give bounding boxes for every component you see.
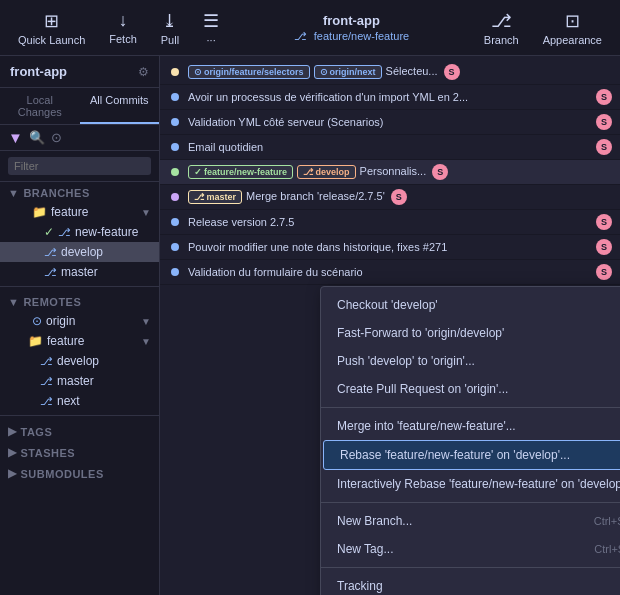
remote-icon: ⊙	[194, 67, 202, 77]
context-menu: Checkout 'develop' Fast-Forward to 'orig…	[320, 286, 620, 595]
commit-row-7[interactable]: Release version 2.7.5 S	[160, 210, 620, 235]
tab-local-changes[interactable]: Local Changes	[0, 88, 80, 124]
sidebar-github-icon[interactable]: ⊙	[51, 130, 62, 145]
sidebar-search-row	[0, 151, 159, 182]
appearance-button[interactable]: ⊡ Appearance	[533, 4, 612, 52]
tag-origin-next: ⊙ origin/next	[314, 65, 382, 79]
graph-col	[168, 143, 182, 151]
sidebar-item-origin-next[interactable]: ⎇ next	[0, 391, 159, 411]
branch-icon: ⎇	[40, 355, 53, 368]
sidebar-item-feature-folder[interactable]: 📁 feature ▼	[0, 202, 159, 222]
branch-icon: ⎇	[44, 266, 57, 279]
graph-col	[168, 93, 182, 101]
tag-origin-selectors: ⊙ origin/feature/selectors	[188, 65, 310, 79]
graph-col	[168, 68, 182, 76]
graph-col	[168, 218, 182, 226]
commit-list: ⊙ origin/feature/selectors ⊙ origin/next…	[160, 56, 620, 285]
sidebar-search-icon[interactable]: 🔍	[29, 130, 45, 145]
ctx-new-branch[interactable]: New Branch... Ctrl+Shift+B	[321, 507, 620, 535]
sidebar-item-new-feature[interactable]: ✓ ⎇ new-feature	[0, 222, 159, 242]
branch-icon: ⎇	[40, 375, 53, 388]
commit-area: ⊙ origin/feature/selectors ⊙ origin/next…	[160, 56, 620, 595]
commit-dot	[171, 243, 179, 251]
avatar: S	[596, 214, 612, 230]
commit-row-8[interactable]: Pouvoir modifier une note dans historiqu…	[160, 235, 620, 260]
tags-section[interactable]: ▶ Tags	[0, 420, 159, 441]
commit-row-2[interactable]: Avoir un processus de vérification d'un …	[160, 85, 620, 110]
ctx-interactive-rebase[interactable]: Interactively Rebase 'feature/new-featur…	[321, 470, 620, 498]
more-button[interactable]: ☰ ···	[193, 4, 229, 52]
chevron-right-icon: ▶	[8, 467, 17, 480]
avatar: S	[432, 164, 448, 180]
toolbar: ⊞ Quick Launch ↓ Fetch ⤓ Pull ☰ ··· fron…	[0, 0, 620, 56]
pull-icon: ⤓	[162, 10, 177, 32]
sidebar-item-origin-feature[interactable]: 📁 feature ▼	[0, 331, 159, 351]
avatar: S	[596, 139, 612, 155]
pull-button[interactable]: ⤓ Pull	[151, 4, 189, 52]
branch-button[interactable]: ⎇ Branch	[474, 4, 529, 52]
commit-dot	[171, 118, 179, 126]
graph-col	[168, 193, 182, 201]
check-icon: ✓	[44, 225, 54, 239]
ctx-separator-1	[321, 407, 620, 408]
search-input[interactable]	[8, 157, 151, 175]
ctx-separator-3	[321, 567, 620, 568]
quick-launch-button[interactable]: ⊞ Quick Launch	[8, 4, 95, 52]
branch-icon: ⎇	[294, 30, 307, 42]
toolbar-center: front-app ⎇ feature/new-feature	[294, 13, 409, 43]
chevron-down-icon: ▼	[141, 316, 151, 327]
commit-row-4[interactable]: Email quotidien S	[160, 135, 620, 160]
stashes-section[interactable]: ▶ Stashes	[0, 441, 159, 462]
sidebar-header: front-app ⚙	[0, 56, 159, 88]
commit-row-9[interactable]: Validation du formulaire du scénario S	[160, 260, 620, 285]
commit-msg: Email quotidien	[188, 141, 590, 153]
avatar: S	[391, 189, 407, 205]
ctx-checkout[interactable]: Checkout 'develop'	[321, 291, 620, 319]
sidebar-item-origin-master[interactable]: ⎇ master	[0, 371, 159, 391]
ctx-merge[interactable]: Merge into 'feature/new-feature'...	[321, 412, 620, 440]
ctx-pull-request[interactable]: Create Pull Request on 'origin'...	[321, 375, 620, 403]
remote-icon: ⊙	[32, 314, 42, 328]
commit-row-1[interactable]: ⊙ origin/feature/selectors ⊙ origin/next…	[160, 60, 620, 85]
remotes-section[interactable]: ▼ Remotes	[0, 291, 159, 311]
sidebar-item-master[interactable]: ⎇ master	[0, 262, 159, 282]
ctx-tracking[interactable]: Tracking ›	[321, 572, 620, 595]
graph-col	[168, 243, 182, 251]
tag-master: ⎇ master	[188, 190, 242, 204]
commit-row-3[interactable]: Validation YML côté serveur (Scenarios) …	[160, 110, 620, 135]
chevron-down-icon: ▼	[8, 296, 19, 308]
sidebar-tree: ▼ Branches 📁 feature ▼ ✓ ⎇ new-feature ⎇…	[0, 182, 159, 595]
commit-msg: Merge branch 'release/2.7.5'	[246, 190, 385, 204]
avatar: S	[444, 64, 460, 80]
fetch-button[interactable]: ↓ Fetch	[99, 4, 147, 51]
ctx-new-tag[interactable]: New Tag... Ctrl+Shift+T	[321, 535, 620, 563]
commit-row-5[interactable]: ✓ feature/new-feature ⎇ develop Personna…	[160, 160, 620, 185]
commit-dot	[171, 68, 179, 76]
commit-msg: Validation YML côté serveur (Scenarios)	[188, 116, 590, 128]
branch-icon: ⎇	[58, 226, 71, 239]
commit-dot	[171, 218, 179, 226]
ctx-separator-2	[321, 502, 620, 503]
sidebar-tabs: Local Changes All Commits	[0, 88, 159, 125]
tab-all-commits[interactable]: All Commits	[80, 88, 160, 124]
commit-dot	[171, 268, 179, 276]
ctx-rebase[interactable]: Rebase 'feature/new-feature' on 'develop…	[323, 440, 620, 470]
sidebar-item-origin[interactable]: ⊙ origin ▼	[0, 311, 159, 331]
commit-row-6[interactable]: ⎇ master Merge branch 'release/2.7.5' S	[160, 185, 620, 210]
sidebar-settings-icon[interactable]: ⚙	[138, 65, 149, 79]
submodules-section[interactable]: ▶ Submodules	[0, 462, 159, 483]
ctx-fast-forward[interactable]: Fast-Forward to 'origin/develop'	[321, 319, 620, 347]
commit-msg: Sélecteu...	[386, 65, 438, 79]
app-title: front-app	[323, 13, 380, 28]
tag-new-feature: ✓ feature/new-feature	[188, 165, 293, 179]
commit-tags: ✓ feature/new-feature ⎇ develop Personna…	[188, 165, 426, 179]
toolbar-right: ⎇ Branch ⊡ Appearance	[474, 4, 612, 52]
branches-section[interactable]: ▼ Branches	[0, 182, 159, 202]
remote-icon: ⊙	[320, 67, 328, 77]
ctx-push[interactable]: Push 'develop' to 'origin'...	[321, 347, 620, 375]
graph-col	[168, 168, 182, 176]
sidebar-item-origin-develop[interactable]: ⎇ develop	[0, 351, 159, 371]
sidebar-icon-row: ▼ 🔍 ⊙	[0, 125, 159, 151]
commit-dot	[171, 193, 179, 201]
sidebar-item-develop[interactable]: ⎇ develop	[0, 242, 159, 262]
